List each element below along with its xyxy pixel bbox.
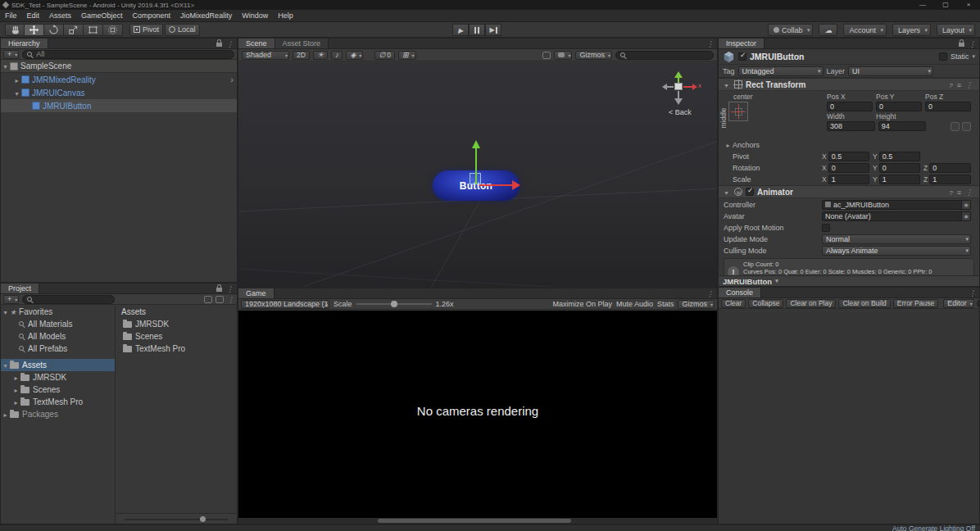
maximize-button[interactable]: ▢ bbox=[934, 0, 957, 10]
tab-asset-store[interactable]: Asset Store bbox=[275, 39, 329, 48]
panel-menu-icon[interactable] bbox=[969, 288, 976, 297]
object-picker-icon[interactable] bbox=[961, 212, 970, 220]
scrollbar-handle[interactable] bbox=[378, 519, 571, 523]
shading-mode-dropdown[interactable]: Shaded bbox=[242, 51, 289, 60]
lock-icon[interactable] bbox=[959, 43, 964, 47]
favorite-all-prefabs[interactable]: All Prefabs bbox=[1, 343, 115, 355]
favorite-all-materials[interactable]: All Materials bbox=[1, 318, 115, 330]
help-icon[interactable] bbox=[949, 188, 952, 197]
hierarchy-item-jmruicanvas[interactable]: JMRUICanvas bbox=[1, 86, 237, 99]
menu-jiomixedreality[interactable]: JioMixedReality bbox=[175, 10, 237, 22]
pause-button[interactable] bbox=[469, 24, 485, 36]
controller-object-field[interactable]: ac_JMRUIButton bbox=[822, 200, 971, 210]
foldout-icon[interactable] bbox=[11, 397, 20, 406]
clear-button[interactable]: Clear bbox=[721, 299, 746, 308]
console-search-input[interactable] bbox=[977, 299, 980, 308]
animator-header[interactable]: Animator bbox=[719, 185, 979, 198]
pivot-toggle-button[interactable]: Pivot bbox=[129, 24, 163, 36]
tree-item-packages[interactable]: Packages bbox=[1, 408, 115, 420]
object-picker-icon[interactable] bbox=[961, 201, 970, 209]
object-name-field[interactable]: JMRUIButton bbox=[750, 52, 805, 61]
update-mode-dropdown[interactable]: Normal bbox=[822, 234, 971, 244]
pos-z-field[interactable] bbox=[925, 102, 971, 111]
auto-generate-lighting-button[interactable]: Auto Generate Lighting Off bbox=[892, 525, 975, 531]
panel-menu-icon[interactable] bbox=[226, 39, 234, 48]
transform-tool-button[interactable] bbox=[103, 24, 123, 36]
foldout-icon[interactable] bbox=[722, 80, 731, 89]
menu-window[interactable]: Window bbox=[237, 10, 273, 22]
zoom-slider-handle[interactable] bbox=[200, 516, 206, 522]
apply-root-motion-checkbox[interactable] bbox=[822, 224, 830, 232]
presets-icon[interactable] bbox=[957, 80, 961, 89]
create-asset-button[interactable]: + bbox=[3, 295, 19, 304]
scale-x-field[interactable] bbox=[828, 175, 869, 184]
component-menu-icon[interactable] bbox=[965, 188, 973, 197]
maximize-on-play-button[interactable]: Maximize On Play bbox=[552, 300, 612, 308]
stats-button[interactable]: Stats bbox=[657, 300, 674, 308]
2d-toggle-button[interactable]: 2D bbox=[293, 51, 310, 60]
scale-y-field[interactable] bbox=[879, 175, 920, 184]
asset-folder-scenes[interactable]: Scenes bbox=[116, 330, 237, 343]
move-gizmo-y-axis[interactable] bbox=[475, 144, 477, 184]
rect-transform-header[interactable]: Rect Transform bbox=[719, 78, 979, 91]
search-by-type-icon[interactable] bbox=[204, 296, 212, 303]
game-horizontal-scrollbar[interactable] bbox=[238, 518, 717, 524]
static-dropdown-arrow[interactable]: ▾ bbox=[972, 53, 975, 60]
layout-dropdown[interactable]: Layout bbox=[937, 24, 975, 36]
scene-visibility-button[interactable]: 0 bbox=[374, 51, 395, 60]
favorites-header[interactable]: Favorites bbox=[1, 306, 115, 318]
hierarchy-item-jmruibutton[interactable]: JMRUIButton bbox=[1, 99, 237, 112]
menu-component[interactable]: Component bbox=[128, 10, 176, 22]
foldout-icon[interactable] bbox=[722, 188, 731, 197]
panel-menu-icon[interactable] bbox=[706, 39, 714, 48]
scene-audio-button[interactable] bbox=[331, 51, 343, 60]
scene-lighting-button[interactable] bbox=[313, 51, 328, 60]
width-field[interactable] bbox=[827, 121, 875, 131]
foldout-icon[interactable] bbox=[11, 385, 20, 394]
scale-slider[interactable] bbox=[356, 300, 432, 308]
rotate-tool-button[interactable] bbox=[44, 24, 64, 36]
cloud-button[interactable] bbox=[819, 24, 837, 36]
scene-orientation-gizmo[interactable]: x < Back bbox=[656, 67, 704, 116]
tab-hierarchy[interactable]: Hierarchy bbox=[1, 39, 48, 48]
foldout-icon[interactable] bbox=[1, 307, 10, 316]
component-tools-icon[interactable] bbox=[542, 52, 551, 59]
tab-console[interactable]: Console bbox=[719, 288, 761, 297]
foldout-icon[interactable] bbox=[1, 361, 10, 370]
rect-tool-button[interactable] bbox=[84, 24, 103, 36]
scene-search-input[interactable] bbox=[615, 51, 714, 60]
mute-audio-button[interactable]: Mute Audio bbox=[616, 300, 653, 308]
scene-fx-dropdown[interactable] bbox=[346, 51, 363, 60]
create-object-button[interactable]: + bbox=[3, 50, 19, 59]
gizmo-center-cube[interactable] bbox=[674, 83, 683, 90]
game-viewport[interactable]: No cameras rendering bbox=[238, 311, 717, 524]
tree-item-jmrsdk[interactable]: JMRSDK bbox=[1, 371, 115, 384]
local-toggle-button[interactable]: Local bbox=[165, 24, 200, 36]
back-button[interactable]: < Back bbox=[656, 108, 704, 116]
layers-dropdown[interactable]: Layers bbox=[892, 24, 931, 36]
prefab-open-arrow[interactable] bbox=[230, 75, 234, 84]
hierarchy-item-jmrmixedreality[interactable]: JMRMixedReality bbox=[1, 73, 237, 86]
menu-gameobject[interactable]: GameObject bbox=[76, 10, 128, 22]
grid-settings-dropdown[interactable] bbox=[398, 51, 416, 60]
scene-viewport[interactable]: Button x bbox=[238, 62, 717, 287]
preview-bar[interactable]: JMRUIButton bbox=[719, 275, 979, 286]
editor-target-dropdown[interactable]: Editor bbox=[943, 299, 974, 308]
hierarchy-search-input[interactable]: All bbox=[22, 50, 234, 59]
move-gizmo-x-axis[interactable] bbox=[479, 184, 512, 186]
anchor-preset-button[interactable] bbox=[728, 102, 748, 121]
rotation-x-field[interactable] bbox=[828, 163, 869, 173]
scale-slider-handle[interactable] bbox=[391, 301, 397, 307]
error-pause-button[interactable]: Error Pause bbox=[893, 299, 938, 308]
clear-on-build-button[interactable]: Clear on Build bbox=[838, 299, 890, 308]
asset-folder-textmesh-pro[interactable]: TextMesh Pro bbox=[116, 343, 237, 355]
close-button[interactable]: × bbox=[957, 0, 980, 10]
asset-folder-jmrsdk[interactable]: JMRSDK bbox=[116, 318, 237, 330]
blueprint-mode-toggle[interactable] bbox=[951, 122, 960, 131]
tree-item-scenes[interactable]: Scenes bbox=[1, 384, 115, 396]
foldout-icon[interactable] bbox=[12, 75, 21, 84]
avatar-object-field[interactable]: None (Avatar) bbox=[822, 211, 971, 221]
foldout-icon[interactable] bbox=[1, 410, 10, 419]
search-by-label-icon[interactable] bbox=[216, 296, 224, 303]
pivot-x-field[interactable] bbox=[828, 152, 869, 161]
